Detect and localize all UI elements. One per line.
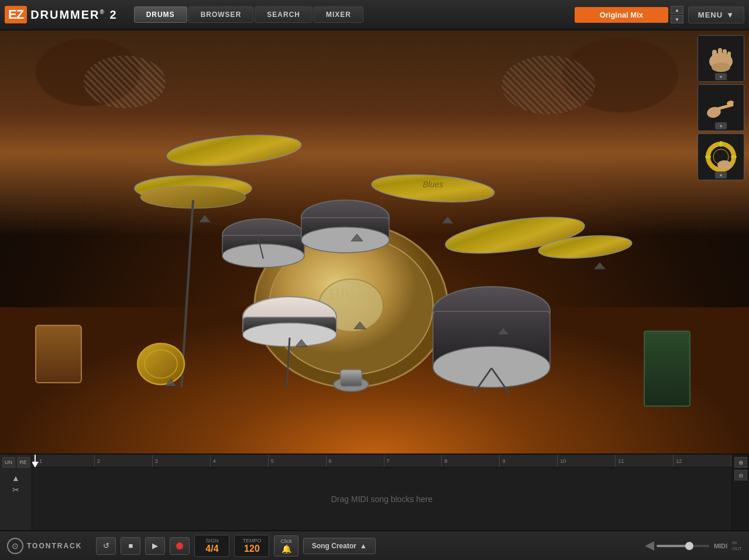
playhead[interactable]	[35, 455, 36, 467]
timeline-track[interactable]: Drag MIDI song blocks here	[32, 468, 731, 530]
ruler-mark-11: 11	[616, 455, 674, 467]
svg-rect-42	[718, 48, 722, 64]
ruler-mark-1: 1	[37, 455, 95, 467]
volume-area	[645, 541, 709, 551]
preset-up-button[interactable]: ▲	[671, 6, 683, 14]
svg-rect-44	[727, 51, 731, 63]
hands-slot-arrow[interactable]: ▼	[715, 73, 727, 80]
ruler-mark-3: 3	[153, 455, 211, 467]
svg-marker-26	[199, 215, 211, 222]
sign-value: 4/4	[201, 544, 223, 554]
volume-slider[interactable]	[657, 545, 709, 547]
playhead-marker	[32, 462, 39, 468]
ruler-mark-10: 10	[558, 455, 616, 467]
header: EZ DRUMMER® 2 DRUMS BROWSER SEARCH MIXER…	[0, 0, 749, 30]
svg-point-25	[145, 350, 177, 378]
record-dot-icon	[176, 542, 183, 549]
ez-badge: EZ	[5, 6, 27, 23]
ruler-mark-7: 7	[384, 455, 442, 467]
play-button[interactable]: ▶	[145, 537, 165, 555]
song-creator-button[interactable]: Song Creator ▲	[303, 538, 376, 554]
ruler-mark-8: 8	[442, 455, 500, 467]
drumkit-svg: Blues	[35, 60, 679, 399]
toontrack-name: TOONTRACK	[27, 542, 82, 550]
click-icon: 🔔	[281, 544, 291, 554]
preset-down-button[interactable]: ▼	[671, 15, 683, 23]
svg-point-7	[166, 130, 302, 170]
preset-arrows: ▲ ▼	[671, 6, 683, 23]
volume-icon	[645, 541, 654, 551]
redo-button[interactable]: RE	[17, 457, 30, 468]
drum-area: Blues	[0, 30, 749, 454]
svg-text:Blues: Blues	[422, 180, 443, 189]
click-button[interactable]: Click 🔔	[274, 535, 298, 556]
zoom-in-button[interactable]: ⊕	[734, 457, 747, 468]
sign-label: Sign	[201, 538, 223, 544]
preset-button[interactable]: Original Mix	[575, 7, 668, 23]
song-creator-arrow: ▲	[360, 542, 367, 550]
svg-marker-30	[442, 217, 453, 224]
ruler-marks: 1 2 3 4 5 6 7 8 9 10 11 12	[37, 455, 731, 467]
instrument-slot-sticks[interactable]: ▼	[698, 84, 744, 131]
ruler-mark-2: 2	[95, 455, 153, 467]
ruler-mark-4: 4	[211, 455, 269, 467]
svg-marker-32	[594, 262, 606, 269]
toontrack-circle-icon: ⊙	[7, 538, 23, 554]
ruler-mark-5: 5	[269, 455, 327, 467]
drummer-logo: DRUMMER® 2	[30, 8, 118, 22]
midi-label: MIDI	[714, 542, 727, 549]
ruler-mark-9: 9	[500, 455, 558, 467]
drag-hint: Drag MIDI song blocks here	[331, 494, 433, 504]
app-container: EZ DRUMMER® 2 DRUMS BROWSER SEARCH MIXER…	[0, 0, 749, 560]
instrument-slot-hands[interactable]: ▼	[698, 35, 744, 82]
svg-point-51	[705, 155, 711, 159]
loop-button[interactable]: ↺	[96, 537, 116, 555]
timeline-scrollbar: ⊕ ⊖	[731, 455, 749, 530]
tab-search[interactable]: SEARCH	[255, 6, 312, 23]
svg-point-52	[731, 155, 737, 159]
transport-bar: ⊙ TOONTRACK ↺ ■ ▶ Sign 4/4 Tempo 120	[0, 531, 749, 560]
preset-area: Original Mix ▲ ▼	[575, 6, 683, 23]
svg-rect-39	[341, 370, 362, 386]
ruler-mark-12: 12	[674, 455, 731, 467]
timeline-controls: UN RE ▲ ✂	[0, 455, 32, 530]
zoom-out-button[interactable]: ⊖	[734, 470, 747, 480]
tempo-value: 120	[240, 544, 263, 554]
tambourine-slot-arrow[interactable]: ▼	[715, 171, 727, 178]
record-button[interactable]	[170, 537, 190, 555]
svg-point-13	[222, 244, 304, 267]
stop-button[interactable]: ■	[121, 537, 140, 555]
tab-mixer[interactable]: MIXER	[314, 6, 363, 23]
svg-rect-43	[723, 49, 727, 64]
song-creator-label: Song Creator	[312, 542, 356, 550]
timeline-ruler: 1 2 3 4 5 6 7 8 9 10 11 12	[32, 455, 731, 468]
tempo-display: Tempo 120	[234, 535, 269, 557]
timeline: UN RE ▲ ✂ 1 2 3 4 5	[0, 455, 749, 531]
instrument-slot-tambourine[interactable]: ▼	[698, 133, 744, 180]
tempo-label: Tempo	[240, 538, 263, 544]
select-tool-icon[interactable]: ▲	[12, 473, 20, 483]
tl-tools: ▲ ✂	[12, 473, 20, 494]
svg-point-19	[433, 346, 550, 387]
midi-in-out: IN OUT	[732, 540, 742, 551]
svg-point-16	[301, 227, 389, 253]
undo-redo-row: UN RE	[2, 457, 30, 468]
time-signature-display: Sign 4/4	[194, 535, 229, 557]
timeline-main: 1 2 3 4 5 6 7 8 9 10 11 12	[32, 455, 731, 530]
tab-drums[interactable]: DRUMS	[134, 6, 187, 23]
svg-point-54	[717, 160, 731, 170]
toontrack-logo: ⊙ TOONTRACK	[7, 538, 82, 554]
tab-browser[interactable]: BROWSER	[188, 6, 254, 23]
midi-out-label: OUT	[732, 546, 742, 552]
logo-area: EZ DRUMMER® 2	[5, 6, 118, 23]
menu-button[interactable]: MENU ▼	[688, 6, 744, 23]
sticks-slot-arrow[interactable]: ▼	[715, 122, 727, 129]
right-instrument-panel: ▼ ▼	[698, 35, 744, 180]
scissors-tool-icon[interactable]: ✂	[12, 485, 19, 494]
midi-in-label: IN	[732, 540, 742, 546]
svg-rect-41	[712, 50, 717, 64]
click-label: Click	[280, 538, 292, 544]
svg-point-45	[712, 63, 730, 72]
bottom-panel: UN RE ▲ ✂ 1 2 3 4 5	[0, 454, 749, 560]
undo-button[interactable]: UN	[2, 457, 15, 468]
